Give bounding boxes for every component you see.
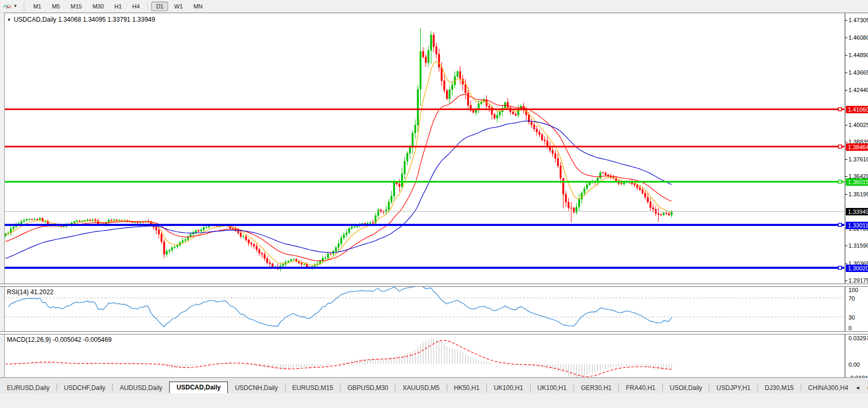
timeframe-button-mn[interactable]: MN [189, 2, 207, 11]
macd-pane [6, 338, 672, 378]
candlesticks [5, 28, 672, 271]
macd-axis-label: 0.00 [848, 361, 860, 368]
chart-tab-ger30-h1[interactable]: GER30,H1 [574, 383, 618, 393]
price-tick-mark [845, 125, 847, 125]
price-tick-mark [845, 90, 847, 90]
price-tick-label: 1.31590 [848, 242, 868, 249]
price-tick-label: 1.35195 [848, 191, 868, 197]
price-tick-mark [845, 264, 847, 264]
main-price-pane [5, 28, 844, 271]
tab-scroll-controls: ◄ ► [855, 382, 868, 393]
level-line-handle[interactable] [838, 180, 842, 183]
toolbar-drag-handle[interactable] [23, 2, 25, 11]
price-level-badge: 1.41060 [846, 106, 868, 113]
chart-tab-eurusd-m15[interactable]: EURUSD,M15 [285, 383, 340, 393]
price-level-badge: 1.33949 [846, 208, 868, 215]
timeframe-button-m15[interactable]: M15 [66, 2, 86, 11]
chart-window: ▼USDCAD,Daily 1.34068 1.34095 1.33791 1.… [0, 13, 868, 408]
chart-tab-hk50-h1[interactable]: HK50,H1 [447, 383, 487, 393]
price-tick-mark [845, 55, 847, 56]
price-tick-label: 1.37610 [848, 156, 868, 162]
price-tick-mark [845, 72, 847, 73]
rsi-axis-label: 100 [848, 287, 858, 293]
level-line-handle[interactable] [838, 107, 842, 111]
timeframe-button-w1[interactable]: W1 [169, 2, 188, 11]
chart-tab-usoil-daily[interactable]: USOil,Daily [663, 383, 709, 393]
collapse-triangle-icon[interactable]: ▼ [7, 17, 11, 22]
level-line-handle[interactable] [838, 223, 842, 226]
price-tick-label: 1.43665 [848, 69, 868, 76]
chart-ticks-icon-svg [3, 3, 12, 10]
chart-title: ▼USDCAD,Daily 1.34068 1.34095 1.33791 1.… [7, 16, 155, 23]
rsi-axis-label: 70 [848, 295, 855, 302]
price-level-badge: 1.30020 [846, 265, 868, 272]
level-line-handle[interactable] [838, 145, 842, 148]
window-bottom-strip [0, 393, 868, 408]
timeframe-button-h4[interactable]: H4 [127, 2, 144, 11]
price-tick-label: 1.44890 [848, 52, 868, 58]
rsi-axis-label: 0 [848, 325, 852, 331]
macd-axis-label: 0.032972 [848, 335, 868, 341]
price-level-badge: 1.33011 [846, 222, 868, 229]
rsi-pane [5, 285, 844, 327]
chart-tab-bar: EURUSD,DailyUSDCHF,DailyAUDUSD,DailyUSDC… [0, 377, 868, 393]
pane-splitter-macd[interactable] [0, 331, 868, 334]
chart-tab-usdjpy-h1[interactable]: USDJPY,H1 [709, 383, 757, 393]
price-axis[interactable]: 1.473051.460801.448901.436651.424401.400… [845, 13, 868, 381]
chart-tab-usdchf-daily[interactable]: USDCHF,Daily [57, 383, 113, 393]
price-tick-mark [845, 246, 847, 246]
chart-tab-uk100-h1[interactable]: UK100,H1 [487, 383, 530, 393]
tab-scroll-left-icon[interactable]: ◄ [855, 385, 861, 391]
rsi-line[interactable] [8, 285, 672, 327]
pane-splitter-rsi[interactable] [0, 284, 868, 287]
price-tick-label: 1.42440 [848, 87, 868, 93]
chart-tab-xauusd-m5[interactable]: XAUUSD,M5 [395, 383, 446, 393]
chart-tab-usdcnh-daily[interactable]: USDCNH,Daily [228, 383, 284, 393]
chart-tab-gbpusd-m30[interactable]: GBPUSD,M30 [340, 383, 395, 393]
timeframe-buttons: M1M5M15M30H1H4D1W1MN [28, 2, 208, 11]
price-tick-label: 1.47305 [848, 17, 868, 23]
price-tick-mark [845, 142, 847, 142]
price-tick-mark [845, 20, 847, 21]
chart-ticks-icon[interactable] [2, 2, 13, 11]
chevron-down-icon[interactable]: ▼ [13, 4, 17, 8]
timeframe-button-m5[interactable]: M5 [47, 2, 64, 11]
price-level-badge: 1.38464 [846, 143, 868, 151]
price-level-badge: 1.36015 [846, 178, 868, 186]
chart-tab-audusd-daily[interactable]: AUDUSD,Daily [113, 383, 169, 393]
moving-average-line[interactable] [6, 121, 672, 259]
rsi-axis-label: 30 [848, 314, 855, 321]
timeframe-toolbar: ▼ M1M5M15M30H1H4D1W1MN [0, 0, 868, 13]
timeframe-button-m30[interactable]: M30 [88, 2, 108, 11]
moving-average-line[interactable] [6, 61, 672, 265]
macd-signal-line[interactable] [6, 340, 672, 376]
chart-tab-usdcad-daily[interactable]: USDCAD,Daily [169, 382, 228, 393]
price-tick-mark [845, 38, 847, 38]
tab-items: EURUSD,DailyUSDCHF,DailyAUDUSD,DailyUSDC… [0, 382, 855, 393]
macd-indicator-label: MACD(12,26,9) -0.005042 -0.005469 [7, 336, 112, 343]
price-tick-label: 1.29175 [848, 277, 868, 284]
moving-average-line[interactable] [6, 94, 672, 261]
price-tick-label: 1.46080 [848, 34, 868, 41]
chart-tab-eurusd-daily[interactable]: EURUSD,Daily [0, 383, 57, 393]
trading-terminal: ▼ M1M5M15M30H1H4D1W1MN ▼USDCAD,Daily 1.3… [0, 0, 868, 408]
level-line-handle[interactable] [838, 266, 842, 269]
chart-title-text: USDCAD,Daily 1.34068 1.34095 1.33791 1.3… [14, 16, 155, 23]
price-tick-label: 1.40025 [848, 122, 868, 128]
price-tick-mark [845, 176, 847, 177]
chart-tab-dj30-m15[interactable]: DJ30,M15 [758, 383, 801, 393]
chart-tab-uk100-h1[interactable]: UK100,H1 [531, 383, 574, 393]
price-tick-mark [845, 194, 847, 195]
price-tick-mark [845, 280, 847, 281]
chart-tab-china300-h4[interactable]: CHINA300,H4 [801, 383, 855, 393]
price-tick-mark [845, 159, 847, 160]
toolbar-separator [147, 2, 148, 11]
chart-tab-fra40-h1[interactable]: FRA40,H1 [619, 383, 662, 393]
timeframe-button-m1[interactable]: M1 [29, 2, 46, 11]
timeframe-button-h1[interactable]: H1 [109, 2, 126, 11]
timeframe-button-d1[interactable]: D1 [151, 2, 168, 11]
rsi-indicator-label: RSI(14) 41.2022 [7, 288, 53, 296]
